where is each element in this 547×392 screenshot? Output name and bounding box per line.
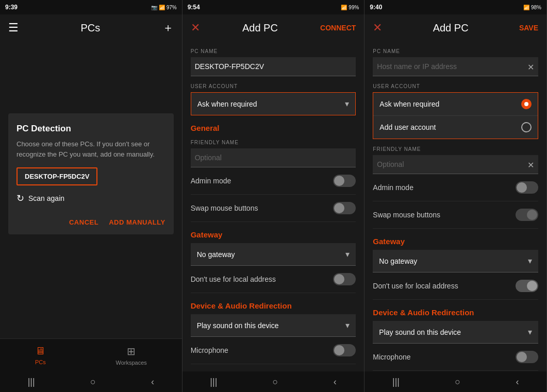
pc-detection-card: PC Detection Choose one of these PCs. If… [8, 113, 174, 234]
local-address-toggle-2[interactable] [333, 273, 356, 285]
user-account-label-3: USER ACCOUNT [373, 83, 538, 89]
swap-mouse-row-3: Swap mouse buttons [373, 201, 538, 229]
swap-mouse-label-2: Swap mouse buttons [191, 204, 258, 212]
back-icon-3[interactable]: ‹ [516, 377, 519, 387]
back-icon[interactable]: ‹ [151, 377, 154, 387]
top-bar-3: ✕ Add PC SAVE [364, 14, 546, 41]
user-account-label-2: USER ACCOUNT [191, 83, 356, 89]
user-account-dropdown-3: Ask when required Add user account [373, 92, 538, 139]
save-button[interactable]: SAVE [519, 24, 538, 32]
admin-mode-toggle-2[interactable] [333, 175, 356, 187]
top-bar-1: ☰ PCs ＋ [0, 14, 182, 41]
battery-2: 99% [349, 5, 359, 10]
admin-mode-label-3: Admin mode [373, 183, 413, 192]
local-address-toggle-3[interactable] [516, 280, 538, 292]
panel-pcs: 9:39 📷 📶 97% ☰ PCs ＋ PC Detection Choose… [0, 0, 183, 392]
panel-add-pc-2: 9:54 📶 99% ✕ Add PC CONNECT PC NAME USER… [183, 0, 365, 392]
option-add-user-account[interactable]: Add user account [373, 116, 538, 139]
status-icons-2: 📶 99% [341, 5, 359, 10]
time-3: 9:40 [370, 4, 382, 11]
nav-pcs[interactable]: 🖥 PCs [35, 345, 46, 365]
microphone-toggle-2[interactable] [333, 344, 356, 356]
user-account-value-2: Ask when required [197, 100, 257, 108]
sys-nav-1: ||| ○ ‹ [0, 371, 182, 392]
close-button-2[interactable]: ✕ [191, 21, 200, 35]
swap-mouse-label-3: Swap mouse buttons [373, 211, 440, 219]
add-pc-form-3: PC NAME ✕ USER ACCOUNT Ask when required… [364, 41, 546, 371]
recent-icon[interactable]: ||| [28, 377, 35, 387]
gateway-dropdown-3[interactable]: No gateway ▾ [373, 250, 538, 272]
microphone-row-2: Microphone [191, 337, 356, 364]
audio-dropdown-2[interactable]: Play sound on this device ▾ [191, 314, 356, 337]
admin-mode-toggle-3[interactable] [516, 181, 538, 194]
menu-icon[interactable]: ☰ [8, 21, 19, 35]
friendly-name-input-3[interactable] [373, 155, 538, 174]
microphone-toggle-3[interactable] [516, 351, 538, 363]
close-button-3[interactable]: ✕ [373, 21, 382, 35]
recent-icon-2[interactable]: ||| [210, 377, 217, 387]
status-bar-3: 9:40 📶 98% [364, 0, 546, 14]
signal-2: 📶 [341, 5, 347, 10]
microphone-label-3: Microphone [373, 353, 410, 361]
pc-name-label-2: PC NAME [191, 48, 356, 54]
pc-name-clear-button[interactable]: ✕ [527, 62, 534, 72]
scan-again-button[interactable]: ↻ Scan again [16, 193, 64, 204]
friendly-name-label-3: FRIENDLY NAME [373, 146, 538, 152]
page-title-2: Add PC [242, 22, 278, 34]
page-title-3: Add PC [433, 22, 469, 34]
pc-name-chip[interactable]: DESKTOP-FP5DC2V [16, 167, 97, 185]
add-user-account-label: Add user account [379, 123, 436, 131]
admin-mode-label-2: Admin mode [191, 177, 231, 185]
gateway-section-2: Gateway [191, 230, 356, 239]
gateway-arrow-2: ▾ [345, 249, 350, 259]
refresh-icon: ↻ [16, 193, 24, 204]
add-manually-button[interactable]: ADD MANUALLY [109, 218, 165, 226]
status-bar-2: 9:54 📶 99% [183, 0, 364, 14]
workspaces-nav-icon: ⊞ [127, 345, 136, 357]
home-icon-3[interactable]: ○ [455, 377, 460, 387]
add-icon[interactable]: ＋ [162, 20, 174, 36]
pc-name-input-2[interactable] [191, 57, 356, 76]
home-icon[interactable]: ○ [90, 377, 96, 387]
gateway-dropdown-2[interactable]: No gateway ▾ [191, 243, 356, 266]
time-1: 9:39 [5, 4, 18, 11]
audio-value-3: Play sound on this device [379, 328, 461, 336]
friendly-name-clear-button[interactable]: ✕ [527, 160, 534, 169]
swap-mouse-toggle-2[interactable] [333, 202, 356, 214]
add-user-account-radio[interactable] [521, 122, 532, 132]
sys-nav-3: ||| ○ ‹ [364, 371, 546, 392]
cancel-button[interactable]: CANCEL [69, 218, 98, 226]
friendly-name-input-2[interactable] [191, 148, 356, 167]
nav-workspaces[interactable]: ⊞ Workspaces [115, 345, 146, 366]
local-address-label-3: Don't use for local address [373, 282, 458, 290]
admin-mode-row-2: Admin mode [191, 167, 356, 195]
option-ask-when-required[interactable]: Ask when required [373, 93, 538, 116]
pc-name-input-3[interactable] [373, 57, 538, 76]
status-icons-1: 📷 📶 97% [151, 5, 177, 10]
pc-detection-desc: Choose one of these PCs. If you don't se… [16, 139, 165, 159]
card-actions: CANCEL ADD MANUALLY [16, 214, 165, 226]
microphone-label-2: Microphone [191, 346, 228, 354]
gateway-value-2: No gateway [197, 250, 235, 259]
audio-dropdown-3[interactable]: Play sound on this device ▾ [373, 321, 538, 344]
dropdown-arrow-2: ▾ [345, 99, 349, 109]
audio-section-3: Device & Audio Redirection [373, 308, 538, 317]
recent-icon-3[interactable]: ||| [392, 377, 400, 387]
friendly-name-label-2: FRIENDLY NAME [191, 140, 356, 145]
page-title-1: PCs [80, 22, 100, 34]
gateway-section-3: Gateway [373, 237, 538, 246]
scan-again-label: Scan again [28, 194, 64, 202]
back-icon-2[interactable]: ‹ [334, 377, 337, 387]
ask-when-required-label: Ask when required [379, 100, 439, 108]
signal-icons: 📶 [159, 5, 165, 10]
connect-button[interactable]: CONNECT [320, 24, 356, 32]
storage-row-2: Storage [191, 364, 356, 371]
swap-mouse-toggle-3[interactable] [516, 209, 538, 221]
ask-when-required-radio[interactable] [521, 99, 532, 109]
status-icons-3: 📶 98% [523, 5, 541, 10]
pc-name-label-3: PC NAME [373, 48, 538, 54]
user-account-dropdown-2[interactable]: Ask when required ▾ [191, 92, 356, 115]
home-icon-2[interactable]: ○ [273, 377, 278, 387]
battery-1: 97% [167, 5, 177, 10]
time-2: 9:54 [188, 4, 200, 11]
